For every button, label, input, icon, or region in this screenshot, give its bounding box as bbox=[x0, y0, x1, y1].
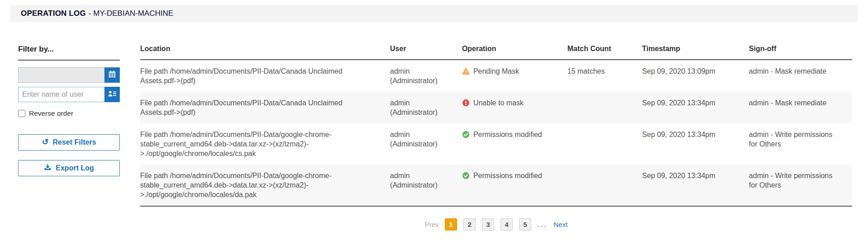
column-header-operation: Operation bbox=[462, 45, 567, 60]
operation-label: Permissions modified bbox=[473, 130, 542, 139]
pagination-ellipsis: ... bbox=[538, 221, 547, 228]
column-header-user: User bbox=[390, 45, 462, 60]
table-row: File path /home/admin/Documents/PII-Data… bbox=[140, 60, 852, 92]
cell-location: File path /home/admin/Documents/PII-Data… bbox=[140, 165, 390, 206]
export-log-button[interactable]: Export Log bbox=[18, 160, 120, 176]
cell-match-count bbox=[567, 165, 642, 206]
cell-operation: Permissions modified bbox=[462, 165, 567, 206]
success-icon bbox=[462, 172, 470, 179]
pagination-page-2[interactable]: 2 bbox=[463, 218, 476, 231]
table-row: File path /home/admin/Documents/PII-Data… bbox=[140, 123, 852, 165]
export-log-label: Export Log bbox=[56, 164, 94, 172]
cell-sign-off: admin - Mask remediate bbox=[749, 92, 852, 123]
cell-location: File path /home/admin/Documents/PII-Data… bbox=[140, 60, 390, 92]
filter-heading: Filter by... bbox=[18, 45, 120, 54]
cell-location: File path /home/admin/Documents/PII-Data… bbox=[140, 123, 390, 165]
date-picker-button[interactable] bbox=[104, 67, 120, 83]
calendar-icon bbox=[108, 70, 116, 80]
pagination-page-1[interactable]: 1 bbox=[445, 218, 457, 231]
reverse-order-row: Reverse order bbox=[18, 109, 120, 118]
reverse-order-label[interactable]: Reverse order bbox=[29, 109, 73, 118]
date-filter-group bbox=[18, 67, 120, 83]
cell-operation: Unable to mask bbox=[462, 92, 567, 123]
cell-match-count: 15 matches bbox=[567, 60, 642, 92]
column-header-location: Location bbox=[140, 45, 390, 60]
operation-label: Unable to mask bbox=[473, 98, 524, 108]
pagination-next[interactable]: Next bbox=[554, 221, 568, 228]
cell-user: admin (Administrator) bbox=[390, 165, 462, 206]
cell-timestamp: Sep 09, 2020 13:34pm bbox=[642, 123, 749, 165]
cell-timestamp: Sep 09, 2020 13:34pm bbox=[642, 165, 749, 206]
operation-log-table: Location User Operation Match Count Time… bbox=[140, 45, 852, 207]
reverse-order-checkbox[interactable] bbox=[18, 110, 25, 117]
warning-icon bbox=[462, 67, 470, 75]
machine-name: - MY-DEBIAN-MACHINE bbox=[89, 9, 173, 18]
column-header-match-count: Match Count bbox=[567, 45, 642, 60]
filter-sidebar: Filter by... bbox=[18, 45, 120, 231]
cell-operation: Pending Mask bbox=[462, 60, 567, 92]
column-header-timestamp: Timestamp bbox=[642, 45, 749, 60]
operation-label: Pending Mask bbox=[473, 66, 519, 76]
cell-user: admin (Administrator) bbox=[390, 92, 462, 123]
page-title-bar: OPERATION LOG - MY-DEBIAN-MACHINE bbox=[10, 5, 858, 22]
pagination-page-5[interactable]: 5 bbox=[519, 218, 531, 231]
cell-sign-off: admin - Write permissions for Others bbox=[749, 123, 852, 165]
cell-match-count bbox=[567, 123, 642, 165]
cell-timestamp: Sep 09, 2020 13:34pm bbox=[642, 92, 749, 123]
user-filter-group bbox=[18, 87, 120, 102]
pagination: Prev 1 2 3 4 5 ... Next bbox=[140, 218, 852, 231]
operation-label: Permissions modified bbox=[473, 171, 542, 180]
reset-filters-label: Reset Filters bbox=[53, 138, 96, 146]
pagination-prev[interactable]: Prev bbox=[425, 221, 439, 228]
cell-location: File path /home/admin/Documents/PII-Data… bbox=[140, 92, 390, 123]
table-row: File path /home/admin/Documents/PII-Data… bbox=[140, 92, 852, 123]
download-icon bbox=[44, 164, 52, 173]
column-header-sign-off: Sign-off bbox=[749, 45, 852, 60]
error-icon bbox=[462, 99, 470, 107]
page-title: OPERATION LOG bbox=[21, 9, 86, 18]
user-select-button[interactable] bbox=[104, 87, 120, 102]
refresh-icon: ↺ bbox=[42, 138, 48, 146]
cell-user: admin (Administrator) bbox=[390, 60, 462, 92]
table-row: File path /home/admin/Documents/PII-Data… bbox=[140, 165, 852, 206]
success-icon bbox=[462, 131, 470, 138]
date-filter-input[interactable] bbox=[18, 67, 104, 83]
cell-operation: Permissions modified bbox=[462, 123, 567, 165]
table-header-row: Location User Operation Match Count Time… bbox=[140, 45, 852, 60]
cell-match-count bbox=[567, 92, 642, 123]
cell-sign-off: admin - Write permissions for Others bbox=[749, 165, 852, 206]
cell-timestamp: Sep 09, 2020 13:09pm bbox=[642, 60, 749, 92]
pagination-page-4[interactable]: 4 bbox=[500, 218, 513, 231]
reset-filters-button[interactable]: ↺ Reset Filters bbox=[18, 134, 120, 151]
user-filter-input[interactable] bbox=[18, 87, 104, 102]
filter-heading-divider bbox=[18, 60, 120, 61]
cell-sign-off: admin - Mask remediate bbox=[749, 60, 852, 92]
operation-log-table-wrap: Location User Operation Match Count Time… bbox=[140, 45, 852, 231]
user-list-icon bbox=[108, 90, 117, 99]
cell-user: admin (Administrator) bbox=[390, 123, 462, 165]
pagination-page-3[interactable]: 3 bbox=[482, 218, 494, 231]
main-content: Filter by... bbox=[18, 45, 852, 231]
